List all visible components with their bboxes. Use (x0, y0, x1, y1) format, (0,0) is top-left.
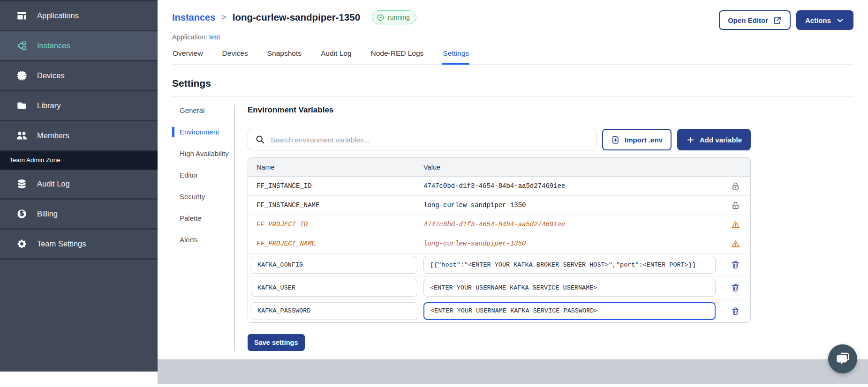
env-var-name: FF_PROJECT_NAME (248, 240, 423, 247)
env-var-name-input[interactable] (251, 279, 417, 297)
import-env-button[interactable]: Import .env (602, 129, 672, 150)
team-admin-zone-label: Team Admin Zone (9, 156, 60, 164)
application-label: Application: (172, 33, 207, 41)
table-row (248, 276, 750, 299)
page-title: Settings (172, 78, 853, 89)
running-icon (377, 14, 385, 22)
sidebar-item-label: Applications (37, 11, 79, 20)
table-row (248, 253, 750, 276)
env-var-value-input-focused[interactable] (423, 302, 716, 320)
sidebar-item-audit-log[interactable]: Audit Log (0, 170, 158, 200)
warning-icon (731, 220, 740, 229)
library-icon (16, 100, 27, 111)
subnav-high-availability[interactable]: High Availability (172, 149, 234, 159)
application-link[interactable]: test (209, 33, 220, 41)
search-icon (255, 134, 265, 144)
trash-icon (731, 283, 740, 292)
tab-settings[interactable]: Settings (442, 49, 469, 65)
applications-icon (16, 10, 27, 21)
env-var-name: FF_INSTANCE_ID (248, 182, 423, 190)
import-env-label: Import .env (625, 136, 663, 144)
trash-icon (731, 306, 740, 316)
env-var-name: FF_PROJECT_ID (248, 221, 423, 228)
env-var-name: FF_INSTANCE_NAME (248, 201, 423, 209)
tab-snapshots[interactable]: Snapshots (267, 49, 302, 64)
table-row (248, 299, 750, 322)
tab-node-red-logs[interactable]: Node-RED Logs (370, 49, 424, 64)
env-var-value: long-curlew-sandpiper-1350 (423, 240, 720, 247)
audit-log-icon (16, 179, 27, 189)
tab-audit-log[interactable]: Audit Log (320, 49, 352, 64)
lock-icon (731, 201, 740, 210)
devices-icon (16, 70, 27, 81)
open-editor-label: Open Editor (728, 16, 768, 24)
sidebar-item-instances[interactable]: Instances (0, 31, 158, 61)
sidebar-item-label: Devices (37, 71, 65, 80)
chat-bubble-icon (834, 350, 851, 367)
env-var-name-input[interactable] (251, 256, 417, 274)
footer-band (158, 359, 868, 384)
subnav-alerts[interactable]: Alerts (172, 235, 234, 245)
delete-variable-button[interactable] (731, 260, 740, 269)
app-window: Applications Instances Devices Library M… (0, 0, 868, 387)
add-variable-button[interactable]: Add variable (677, 129, 751, 150)
tab-devices[interactable]: Devices (222, 49, 249, 64)
open-editor-button[interactable]: Open Editor (719, 10, 791, 30)
sidebar-item-devices[interactable]: Devices (0, 61, 158, 91)
sidebar-item-billing[interactable]: Billing (0, 200, 158, 230)
tab-bar: Overview Devices Snapshots Audit Log Nod… (172, 49, 853, 65)
add-variable-label: Add variable (700, 136, 742, 144)
subnav-environment[interactable]: Environment (172, 127, 234, 137)
instances-icon (16, 40, 27, 51)
plus-icon (686, 135, 695, 144)
sidebar-item-label: Team Settings (37, 239, 86, 248)
env-var-value-input[interactable] (423, 279, 716, 297)
lock-icon (731, 182, 740, 191)
breadcrumb-separator: > (221, 13, 226, 22)
tab-overview[interactable]: Overview (172, 49, 204, 64)
column-header-value: Value (423, 164, 720, 171)
save-settings-button[interactable]: Save settings (248, 334, 305, 351)
table-row: FF_INSTANCE_NAME long-curlew-sandpiper-1… (248, 196, 750, 215)
sidebar-item-label: Audit Log (37, 179, 70, 188)
environment-panel: Environment Variables Import .env Add va… (248, 105, 751, 351)
sidebar-item-team-settings[interactable]: Team Settings (0, 230, 158, 260)
env-variables-table: Name Value FF_INSTANCE_ID 4747c0bd-d1f3-… (248, 157, 751, 323)
subnav-general[interactable]: General (172, 105, 234, 116)
actions-button[interactable]: Actions (796, 10, 853, 30)
billing-icon (16, 208, 27, 219)
sidebar-item-label: Billing (37, 209, 58, 218)
subnav-palette[interactable]: Palette (172, 213, 234, 223)
env-var-value-input[interactable] (423, 256, 716, 274)
subnav-security[interactable]: Security (172, 192, 234, 202)
trash-icon (731, 260, 740, 269)
search-input[interactable] (248, 129, 596, 150)
subnav-divider (234, 105, 235, 351)
chat-widget-button[interactable] (828, 344, 857, 373)
sidebar-item-library[interactable]: Library (0, 91, 158, 121)
delete-variable-button[interactable] (731, 306, 740, 316)
settings-subnav: General Environment High Availability Ed… (172, 105, 234, 351)
instance-name: long-curlew-sandpiper-1350 (233, 12, 360, 23)
application-line: Application: test (172, 33, 853, 41)
env-var-name-input[interactable] (251, 302, 417, 320)
table-header: Name Value (248, 158, 750, 177)
table-row: FF_INSTANCE_ID 4747c0bd-d1f3-4654-84b4-a… (248, 177, 750, 196)
table-row: FF_PROJECT_ID 4747c0bd-d1f3-4654-84b4-aa… (248, 215, 750, 234)
env-var-value: 4747c0bd-d1f3-4654-84b4-aa5d274691ee (423, 221, 720, 228)
team-settings-icon (16, 238, 27, 249)
sidebar-item-applications[interactable]: Applications (0, 1, 158, 31)
sidebar-item-members[interactable]: Members (0, 121, 158, 151)
sidebar-item-label: Instances (37, 41, 70, 50)
team-admin-zone-header: Team Admin Zone (0, 151, 158, 170)
breadcrumb: Instances > long-curlew-sandpiper-1350 r… (172, 10, 416, 24)
table-row: FF_PROJECT_NAME long-curlew-sandpiper-13… (248, 234, 750, 253)
status-badge: running (372, 10, 416, 24)
column-header-name: Name (248, 164, 423, 171)
main-content: Instances > long-curlew-sandpiper-1350 r… (158, 0, 868, 351)
subnav-editor[interactable]: Editor (172, 170, 234, 180)
delete-variable-button[interactable] (731, 283, 740, 292)
env-variables-title: Environment Variables (248, 105, 751, 121)
breadcrumb-instances-link[interactable]: Instances (172, 12, 215, 23)
sidebar: Applications Instances Devices Library M… (0, 0, 158, 372)
